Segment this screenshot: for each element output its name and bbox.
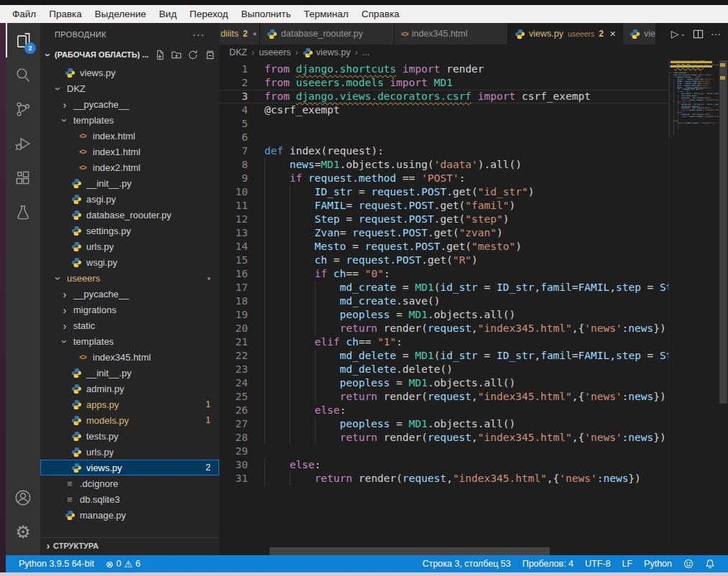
code-line-18[interactable]: 18md_create.save() <box>219 294 668 308</box>
tree-item-views.py[interactable]: views.py2 <box>40 460 219 475</box>
code-line-15[interactable]: 15ch = request.POST.get("R") <box>219 254 668 267</box>
line-number[interactable]: 20 <box>219 322 248 335</box>
code-line-31[interactable]: 31return render(request,"index345.html",… <box>219 472 668 486</box>
line-number[interactable]: 17 <box>219 281 248 294</box>
line-number[interactable]: 28 <box>219 431 248 445</box>
activity-explorer-icon[interactable]: 2 <box>6 23 40 57</box>
code-line-8[interactable]: 8news=MD1.objects.using('daata').all() <box>219 158 668 172</box>
split-editor-icon[interactable] <box>693 29 704 40</box>
run-icon[interactable]: ▷⌄ <box>671 28 686 40</box>
line-number[interactable]: 12 <box>219 213 248 226</box>
problems-status[interactable]: ⊗ 0 ⚠ 6 <box>100 555 146 572</box>
new-file-icon[interactable] <box>155 50 165 60</box>
line-number[interactable]: 15 <box>219 254 248 267</box>
breadcrumb-item-views.py[interactable]: views.py <box>303 47 351 58</box>
line-number[interactable]: 1 <box>219 62 248 76</box>
menu-item-Переход[interactable]: Переход <box>183 7 235 21</box>
cursor-position-status[interactable]: Строка 3, столбец 53 <box>417 559 517 569</box>
tree-item-index2.html[interactable]: <>index2.html <box>40 159 219 175</box>
menu-item-Файл[interactable]: Файл <box>6 7 42 21</box>
more-actions-icon[interactable]: ··· <box>711 28 721 40</box>
activity-account-icon[interactable] <box>6 480 40 515</box>
code-line-4[interactable]: 4@csrf_exempt <box>219 103 668 117</box>
tree-item-apps.py[interactable]: apps.py1 <box>40 396 219 412</box>
activity-source-control-icon[interactable] <box>6 92 40 126</box>
menu-item-Вид[interactable]: Вид <box>152 7 183 21</box>
python-interpreter-status[interactable]: Python 3.9.5 64-bit <box>13 555 100 572</box>
breadcrumb-item-useeers[interactable]: useeers <box>259 47 290 57</box>
outline-section-header[interactable]: › СТРУКТУРА <box>40 537 219 553</box>
line-number[interactable]: 26 <box>219 404 248 417</box>
code-line-17[interactable]: 17md_create = MD1(id_str = ID_str,famil=… <box>219 281 668 294</box>
code-line-6[interactable]: 6 <box>219 131 668 144</box>
activity-testing-icon[interactable] <box>6 195 40 230</box>
code-line-2[interactable]: 2from useeers.models import MD1 <box>219 76 668 90</box>
tree-item-asgi.py[interactable]: asgi.py <box>40 191 219 207</box>
horizontal-scrollbar-thumb[interactable] <box>269 547 550 555</box>
menu-item-Терминал[interactable]: Терминал <box>298 7 355 21</box>
line-number[interactable]: 19 <box>219 308 248 322</box>
activity-run-and-debug-icon[interactable] <box>6 126 40 161</box>
line-number[interactable]: 30 <box>219 458 248 472</box>
tab-views.py[interactable]: views.pyuseeers2✕ <box>508 23 623 45</box>
refresh-icon[interactable] <box>188 50 198 60</box>
code-line-12[interactable]: 12Step = request.POST.get("step") <box>219 213 668 226</box>
tree-item-__pycache__[interactable]: ›__pycache__ <box>40 286 219 302</box>
activity-settings-icon[interactable]: ⚙ <box>6 515 40 549</box>
tree-item-database_roouter.py[interactable]: database_roouter.py <box>40 207 219 223</box>
line-number[interactable]: 6 <box>219 131 248 144</box>
minimap[interactable]: from django.shortcuts import renderfrom … <box>668 60 719 546</box>
tree-item-__init__.py[interactable]: __init__.py <box>40 365 219 381</box>
vertical-scrollbar-thumb[interactable] <box>719 60 727 404</box>
tree-item-templates[interactable]: ›templates <box>40 112 219 128</box>
code-line-11[interactable]: 11FAMIL= request.POST.get("famil") <box>219 199 668 213</box>
line-number[interactable]: 7 <box>219 144 248 158</box>
tree-item-useeers[interactable]: ›useeers● <box>40 270 219 286</box>
line-number[interactable]: 31 <box>219 472 248 486</box>
line-number[interactable]: 24 <box>219 376 248 390</box>
line-number[interactable]: 13 <box>219 226 248 240</box>
menu-item-Выполнить[interactable]: Выполнить <box>234 7 297 21</box>
tab-vie[interactable]: vie <box>623 23 656 45</box>
activity-search-icon[interactable] <box>6 57 40 92</box>
tree-item-.dcignore[interactable]: ≡.dcignore <box>40 475 219 491</box>
tree-item-DKZ[interactable]: ›DKZ <box>40 80 219 96</box>
notifications-bell-icon[interactable] <box>699 559 721 569</box>
tree-item-index.html[interactable]: <>index.html <box>40 128 219 144</box>
code-line-20[interactable]: 20return render(request,"index345.html",… <box>219 322 668 335</box>
breadcrumb-item-...[interactable]: ... <box>362 47 369 57</box>
code-line-22[interactable]: 22md_delete = MD1(id_str = ID_str,famil=… <box>219 349 668 363</box>
tree-item-urls.py[interactable]: urls.py <box>40 238 219 254</box>
code-line-10[interactable]: 10ID_str = request.POST.get("id_str") <box>219 185 668 199</box>
code-editor[interactable]: 1from django.shortcuts import render2fro… <box>219 60 668 546</box>
code-line-23[interactable]: 23md_delete.delete() <box>219 363 668 376</box>
code-line-3[interactable]: 3from django.views.decorators.csrf impor… <box>219 90 668 103</box>
eol-status[interactable]: LF <box>616 559 638 569</box>
code-line-16[interactable]: 16if ch== "0": <box>219 267 668 281</box>
tree-item-tests.py[interactable]: tests.py <box>40 428 219 444</box>
vertical-scrollbar[interactable] <box>719 60 728 546</box>
tree-item-urls.py[interactable]: urls.py <box>40 444 219 460</box>
code-line-5[interactable]: 5 <box>219 117 668 131</box>
menu-item-Правка[interactable]: Правка <box>42 7 88 21</box>
tree-item-index345.html[interactable]: <>index345.html <box>40 349 219 365</box>
indentation-status[interactable]: Пробелов: 4 <box>517 559 579 569</box>
close-tab-icon[interactable]: ✕ <box>609 29 616 39</box>
activity-extensions-icon[interactable] <box>6 161 40 195</box>
feedback-smiley-icon[interactable] <box>678 559 699 569</box>
code-line-7[interactable]: 7def index(request): <box>219 144 668 158</box>
code-line-21[interactable]: 21elif ch== "1": <box>219 335 668 349</box>
line-number[interactable]: 29 <box>219 445 248 458</box>
tree-item-views.py[interactable]: views.py <box>40 65 219 80</box>
code-line-26[interactable]: 26else: <box>219 404 668 417</box>
code-line-14[interactable]: 14Mesto = request.POST.get("mesto") <box>219 240 668 254</box>
code-line-29[interactable]: 29 <box>219 445 668 458</box>
tree-item-db.sqlite3[interactable]: ≡db.sqlite3 <box>40 491 219 507</box>
tree-item-manage.py[interactable]: manage.py <box>40 507 219 523</box>
tree-item-migrations[interactable]: ›migrations <box>40 302 219 317</box>
code-line-24[interactable]: 24peopless = MD1.objects.all() <box>219 376 668 390</box>
tree-item-wsgi.py[interactable]: wsgi.py <box>40 254 219 270</box>
code-line-13[interactable]: 13Zvan= request.POST.get("zvan") <box>219 226 668 240</box>
line-number[interactable]: 9 <box>219 172 248 185</box>
code-line-30[interactable]: 30else: <box>219 458 668 472</box>
